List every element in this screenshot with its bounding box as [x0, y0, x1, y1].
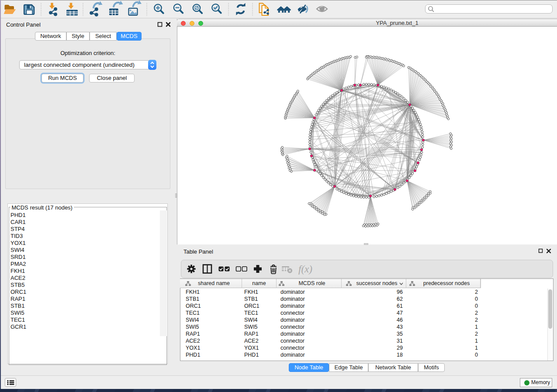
svg-text:f(x): f(x): [298, 264, 312, 275]
